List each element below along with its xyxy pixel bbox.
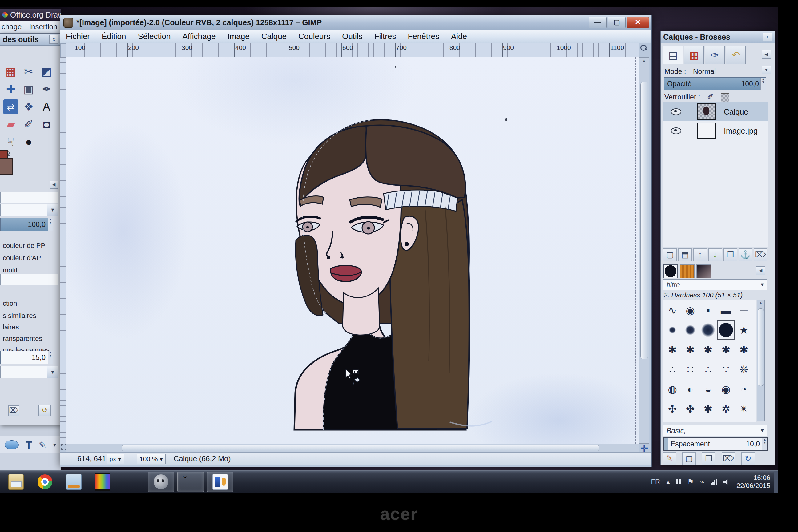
chevron-down-icon[interactable]: ▾	[53, 441, 56, 448]
path-tool-icon[interactable]: ❖	[21, 99, 36, 114]
menu-item[interactable]: Filtres	[374, 32, 396, 41]
openoffice-titlebar[interactable]: Office.org Draw	[0, 9, 61, 21]
smudge-tool-icon[interactable]: ☟	[3, 135, 18, 149]
brush-scatter[interactable]: ✤	[681, 399, 699, 419]
brush-hardness-100[interactable]	[717, 320, 735, 340]
text-tool-icon[interactable]: A	[39, 99, 54, 114]
visibility-eye-icon[interactable]	[671, 128, 681, 134]
brush-scroll-thumb[interactable]	[758, 308, 764, 386]
horizontal-ruler[interactable]: 10020030040050060070080090010001100	[66, 43, 639, 58]
show-desktop-button[interactable]	[774, 471, 778, 493]
edit-brush-button[interactable]: ✎	[663, 452, 676, 465]
clock[interactable]: 16:06 22/06/2015	[737, 474, 770, 490]
lock-pixels-icon[interactable]: ✐	[707, 92, 714, 101]
menu-item[interactable]: Couleurs	[298, 32, 330, 41]
tray-overflow-icon[interactable]: ▴	[666, 477, 670, 486]
brush-scatter[interactable]: ✣	[663, 399, 681, 419]
vertical-ruler[interactable]	[60, 57, 66, 444]
brush-chalk[interactable]: ✱	[717, 340, 735, 360]
close-icon[interactable]: ✕	[627, 17, 649, 28]
brush-texture[interactable]: ◍	[663, 379, 681, 399]
tab-menu-arrow-icon[interactable]: ◀	[762, 50, 771, 59]
ellipse-icon[interactable]	[5, 440, 19, 450]
freeform-pencil-icon[interactable]: ✎	[39, 440, 46, 451]
ink-tool-icon[interactable]: ◘	[39, 117, 54, 132]
dodge-burn-tool-icon[interactable]: ●	[21, 135, 36, 149]
refresh-brushes-button[interactable]: ↻	[741, 452, 755, 465]
mode-dropdown[interactable]: ▼	[0, 204, 58, 216]
spinner-arrows-icon[interactable]: ▲▼	[760, 78, 766, 90]
brush-texture[interactable]: ◉	[717, 379, 735, 399]
brush-speckle[interactable]: ∵	[717, 360, 735, 379]
action-center-icon[interactable]	[676, 479, 681, 484]
mode-dropdown-icon[interactable]: ▼	[762, 65, 771, 74]
brush-scatter[interactable]: ✴	[735, 399, 753, 419]
taskbar-paint-button[interactable]	[207, 472, 233, 492]
crop-tool-icon[interactable]: ▣	[21, 82, 36, 97]
horizontal-scrollbar[interactable]	[66, 444, 639, 452]
menu-item[interactable]: Image	[227, 32, 249, 41]
taskbar-explorer-button[interactable]	[3, 472, 29, 492]
fuzzy-select-tool-icon[interactable]: ◩	[39, 64, 54, 79]
brush-eye[interactable]: ◉	[681, 301, 699, 320]
fill-option[interactable]: couleur de PP	[3, 242, 58, 250]
dock-titlebar[interactable]: Calques - Brosses x	[661, 31, 775, 43]
brush-filter-field[interactable]: filtre ▼	[663, 279, 767, 290]
menu-item[interactable]: Édition	[101, 32, 126, 41]
ruler-corner[interactable]	[60, 43, 66, 57]
layer-row[interactable]: Calque	[663, 102, 767, 121]
brush-wave[interactable]: ∿	[663, 301, 681, 320]
delete-layer-button[interactable]: ⌦	[754, 248, 767, 261]
new-brush-button[interactable]: ▢	[682, 452, 696, 465]
chevron-down-icon[interactable]: ▼	[758, 425, 767, 436]
close-icon[interactable]: x	[763, 33, 772, 41]
volume-icon[interactable]	[723, 479, 730, 485]
brush-chalk[interactable]: ✱	[681, 340, 699, 360]
minimize-icon[interactable]: —	[589, 17, 607, 28]
menu-item[interactable]: Outils	[342, 32, 362, 41]
brush-chalk[interactable]: ✱	[663, 340, 681, 360]
menu-item[interactable]: Sélection	[138, 32, 171, 41]
reset-options-button[interactable]: ↺	[38, 405, 51, 416]
opacity-slider[interactable]: 100,0 ▲▼	[0, 218, 53, 231]
layer-opacity-slider[interactable]: Opacité 100,0 ▲▼	[664, 77, 766, 90]
brush-speckle[interactable]: ∴	[699, 360, 717, 379]
brushes-tab[interactable]: ▦	[684, 46, 704, 64]
brushes-thumb-tab[interactable]	[663, 264, 678, 278]
units-dropdown[interactable]: px ▾	[107, 454, 124, 464]
layer-row[interactable]: Image.jpg	[663, 121, 767, 140]
brush-speckle[interactable]: ∷	[681, 360, 699, 379]
lower-layer-button[interactable]: ↓	[708, 248, 722, 261]
history-tab[interactable]: ↶	[726, 46, 746, 64]
brush-speckle[interactable]: ❊	[735, 360, 753, 379]
airbrush-tool-icon[interactable]: ✐	[21, 117, 36, 132]
brush-soft-large[interactable]	[699, 320, 717, 340]
brush-scatter[interactable]: ✱	[699, 399, 717, 419]
menu-affichage[interactable]: chage	[2, 22, 22, 31]
close-icon[interactable]: x	[49, 35, 58, 44]
vertical-scrollbar[interactable]: ▲	[639, 57, 649, 444]
taskbar-gimp-button[interactable]	[148, 472, 174, 492]
brush-chalk[interactable]: ✱	[699, 340, 717, 360]
delete-options-button[interactable]: ⌦	[8, 405, 19, 416]
scissors-select-tool-icon[interactable]: ✂	[21, 64, 36, 79]
brush-line[interactable]: ─	[735, 301, 753, 320]
chevron-down-icon[interactable]: ▼	[758, 280, 767, 290]
menu-item[interactable]: Fenêtres	[407, 32, 439, 41]
lock-alpha-icon[interactable]	[721, 93, 729, 102]
chevron-down-icon[interactable]: ▼	[47, 204, 58, 216]
raise-layer-button[interactable]: ↑	[693, 248, 707, 261]
brush-category-dropdown[interactable]: Basic, ▼	[663, 425, 767, 436]
taskbar-mail-button[interactable]	[61, 472, 87, 492]
check-option[interactable]: s similaires	[3, 312, 58, 320]
gradients-thumb-tab[interactable]	[697, 264, 711, 278]
brush-texture[interactable]: ◔	[735, 379, 753, 399]
scroll-up-icon[interactable]: ▲	[757, 301, 764, 305]
taskbar-snipping-button[interactable]: ✂	[177, 472, 204, 492]
text-icon[interactable]: T	[25, 439, 32, 451]
gimp-titlebar[interactable]: *[Image] (importée)-2.0 (Couleur RVB, 2 …	[60, 15, 651, 30]
zoom-when-resized-icon[interactable]	[640, 45, 648, 53]
brush-soft-medium[interactable]	[681, 320, 699, 340]
menu-item[interactable]: Aide	[451, 32, 467, 41]
brush-chalk[interactable]: ✱	[735, 340, 753, 360]
